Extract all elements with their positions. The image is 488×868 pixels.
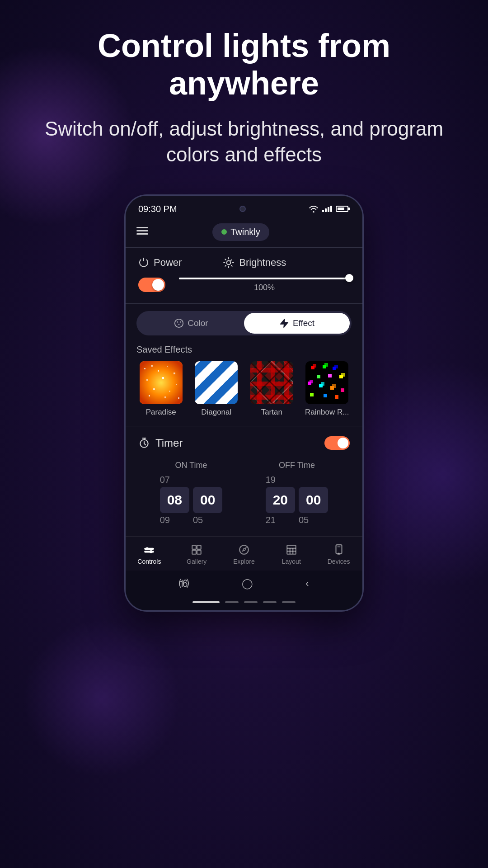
bottom-nav: Controls Gallery Explore	[126, 536, 362, 571]
status-bar: 09:30 PM	[126, 196, 362, 219]
brightness-slider-track[interactable]	[179, 278, 350, 279]
svg-rect-55	[317, 375, 320, 378]
effect-name-rainbow: Rainbow R...	[305, 408, 349, 417]
power-toggle-knob	[152, 279, 164, 291]
power-icon	[138, 257, 149, 268]
on-time-minute: 00	[200, 492, 215, 507]
svg-rect-40	[324, 363, 328, 367]
page-indicator-1	[192, 601, 220, 603]
brightness-control[interactable]: 100%	[170, 278, 350, 292]
hamburger-menu-icon[interactable]	[136, 227, 148, 237]
page-indicator-5	[282, 601, 296, 603]
saved-effects-title: Saved Effects	[136, 344, 352, 355]
page-indicator-3	[244, 601, 258, 603]
power-toggle[interactable]	[138, 278, 165, 292]
svg-rect-0	[136, 227, 148, 228]
off-time-hour-box[interactable]: 20	[266, 487, 295, 513]
effect-item-diagonal[interactable]: Diagonal	[192, 361, 241, 417]
nav-item-gallery[interactable]: Gallery	[173, 541, 221, 568]
off-time-minute: 00	[306, 492, 321, 507]
nav-label-explore: Explore	[233, 558, 254, 565]
effect-thumbnail-paradise	[140, 361, 183, 404]
svg-point-4	[175, 319, 183, 327]
nav-label-controls: Controls	[137, 558, 161, 565]
on-time-minute-below: 05	[193, 515, 222, 525]
signal-bars-icon	[322, 206, 332, 212]
svg-rect-14	[146, 379, 148, 381]
nav-label-devices: Devices	[328, 558, 350, 565]
brightness-slider-fill	[179, 278, 350, 279]
phone-container: 09:30 PM	[0, 194, 488, 612]
gallery-nav-icon	[191, 544, 202, 556]
color-effect-section: Color Effect Saved Effects	[126, 304, 362, 426]
nav-label-layout: Layout	[282, 558, 301, 565]
status-camera	[239, 206, 246, 212]
svg-rect-56	[328, 374, 332, 377]
on-time-hour-above: 07	[160, 475, 189, 485]
svg-rect-11	[158, 370, 159, 372]
svg-point-61	[150, 550, 153, 553]
controls-nav-icon	[143, 544, 155, 556]
svg-rect-51	[341, 388, 344, 392]
svg-rect-63	[197, 545, 201, 549]
nav-item-devices[interactable]: Devices	[315, 541, 362, 568]
brightness-value: 100%	[179, 283, 350, 292]
effect-item-tartan[interactable]: Tartan	[247, 361, 296, 417]
brightness-slider-knob	[345, 274, 353, 282]
svg-point-3	[227, 261, 231, 265]
sys-nav-recent-icon[interactable]: ⒃	[179, 577, 189, 590]
on-time-hour-box[interactable]: 08	[160, 487, 189, 513]
off-time-hour-above: 19	[266, 475, 295, 485]
off-time-column: OFF Time 19 20 21 00 00	[266, 461, 328, 525]
svg-rect-60	[145, 551, 155, 552]
svg-point-7	[178, 324, 180, 325]
svg-rect-13	[174, 373, 175, 374]
brightness-label-text: Brightness	[239, 257, 286, 269]
timer-section: Timer ON Time 07 08 09	[126, 426, 362, 536]
svg-point-66	[239, 545, 249, 554]
off-time-hour: 20	[273, 492, 288, 507]
timer-header: Timer	[138, 436, 350, 450]
svg-rect-10	[151, 365, 153, 367]
svg-rect-18	[169, 391, 170, 392]
nav-item-controls[interactable]: Controls	[126, 541, 173, 568]
nav-item-layout[interactable]: Layout	[267, 541, 315, 568]
on-time-hour-below: 09	[160, 515, 189, 525]
svg-rect-64	[192, 550, 196, 554]
svg-rect-19	[149, 395, 150, 396]
home-indicator	[126, 597, 362, 610]
power-brightness-section: Power Brightness	[126, 248, 362, 303]
effect-toggle-btn[interactable]: Effect	[244, 313, 350, 334]
app-header: Twinkly	[126, 219, 362, 247]
power-label-text: Power	[154, 257, 182, 269]
svg-rect-42	[334, 365, 338, 368]
header-area: Control lights from anywhere Switch on/o…	[0, 0, 488, 185]
nav-item-explore[interactable]: Explore	[221, 541, 268, 568]
effect-toggle-label: Effect	[293, 318, 314, 328]
status-icons	[309, 205, 350, 212]
on-time-minute-box[interactable]: 00	[193, 487, 222, 513]
sys-nav-home-icon[interactable]: ◯	[242, 578, 253, 590]
color-toggle-btn[interactable]: Color	[138, 313, 244, 334]
off-time-minute-box[interactable]: 00	[299, 487, 328, 513]
svg-rect-17	[153, 388, 155, 390]
effect-item-paradise[interactable]: Paradise	[136, 361, 186, 417]
device-name: Twinkly	[230, 227, 260, 237]
brightness-icon	[223, 257, 235, 269]
svg-rect-46	[310, 380, 313, 383]
effect-thumbnail-rainbow	[305, 361, 348, 404]
effects-grid: Paradise Diagonal	[136, 361, 352, 417]
svg-rect-44	[341, 373, 345, 377]
effect-name-diagonal: Diagonal	[201, 408, 231, 417]
sys-nav-back-icon[interactable]: ‹	[305, 578, 309, 590]
svg-rect-1	[136, 230, 148, 231]
phone-frame: 09:30 PM	[124, 194, 364, 612]
svg-point-59	[146, 547, 149, 551]
device-badge[interactable]: Twinkly	[212, 223, 269, 241]
svg-rect-16	[176, 384, 177, 385]
timer-toggle[interactable]	[324, 436, 350, 450]
svg-rect-65	[197, 550, 201, 554]
sub-title: Switch on/off, adjust brightness, and pr…	[27, 116, 461, 167]
effect-item-rainbow[interactable]: Rainbow R...	[303, 361, 352, 417]
timer-toggle-knob	[338, 438, 348, 448]
